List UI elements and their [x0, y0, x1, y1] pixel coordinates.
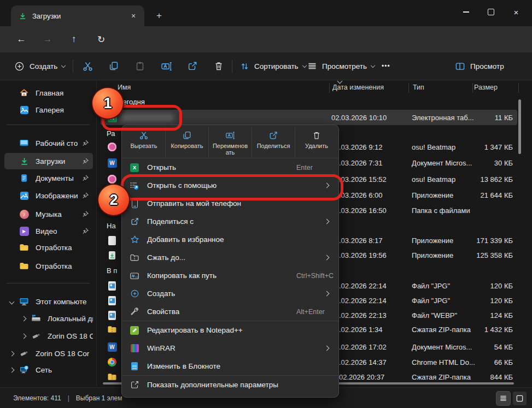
cell-type: Файл "JPG" — [412, 293, 450, 308]
more-options-button[interactable]: ••• — [382, 52, 390, 80]
sidebar-item-folder[interactable]: Отработка — [4, 239, 93, 256]
share-icon — [130, 217, 139, 227]
notepad-plus-plus-icon — [130, 326, 139, 335]
share-quick-button[interactable]: Поделиться — [252, 127, 295, 158]
menu-item-copy-as-path[interactable]: Копировать как путь Ctrl+Shift+C — [124, 267, 336, 285]
rename-button[interactable] — [157, 52, 175, 80]
maximize-button[interactable] — [478, 0, 504, 24]
menu-item-add-to-favorites[interactable]: Добавить в избранное — [124, 230, 336, 249]
sidebar-item-network[interactable]: Сеть — [4, 362, 93, 378]
menu-item-show-more-options[interactable]: Показать дополнительные параметры — [124, 376, 336, 394]
column-header-date[interactable]: Дата изменения — [332, 84, 384, 91]
copy-icon — [182, 131, 192, 140]
sidebar-item-this-pc[interactable]: Этот компьюте — [4, 293, 93, 310]
tab-close-button[interactable]: × — [128, 10, 139, 21]
sidebar-item-pictures[interactable]: Изображени — [4, 187, 93, 204]
cut-button[interactable] — [79, 52, 96, 80]
sidebar-item-home[interactable]: Главная — [4, 85, 93, 101]
sidebar-item-label: Сеть — [36, 366, 52, 374]
preview-toggle-button[interactable]: Просмотр — [455, 52, 504, 80]
cell-type: osu! Beatmap — [412, 172, 455, 187]
image-file-icon — [107, 295, 117, 305]
menu-item-edit-notepadpp[interactable]: Редактировать в Notepad++ — [124, 321, 336, 339]
sidebar-item-usb-drive[interactable]: Zorin OS 18 Cor — [4, 345, 93, 362]
sidebar-item-music[interactable]: ♪ Музыка — [4, 206, 93, 222]
sort-button[interactable]: Сортировать — [239, 52, 306, 80]
cell-date: .02.2026 1:34 — [339, 322, 383, 337]
rename-quick-button[interactable]: Переименовать — [209, 127, 252, 158]
cell-date: .02.2026 17:02 — [339, 339, 387, 354]
sidebar-item-videos[interactable]: ▶ Видео — [4, 223, 93, 239]
column-resize-handle[interactable] — [329, 83, 330, 93]
sidebar-item-desktop[interactable]: Рабочий сто — [4, 135, 93, 151]
sidebar-item-usb-drive[interactable]: Zorin OS 18 Co — [4, 328, 93, 344]
menu-item-create[interactable]: Создать — [124, 285, 336, 303]
chevron-collapsed-icon[interactable] — [21, 316, 27, 321]
refresh-button[interactable]: ↻ — [94, 32, 108, 46]
share-icon — [268, 131, 278, 140]
navigation-bar: ← → ↑ ↻ Загрузки Поиск в: Загрузки — [0, 26, 532, 52]
view-button[interactable]: Просмотреть — [307, 52, 375, 80]
column-header-size[interactable]: Размер — [474, 84, 498, 91]
pin-icon — [82, 228, 89, 234]
column-resize-handle[interactable] — [472, 83, 473, 93]
menu-item-share-with[interactable]: Поделиться с — [124, 212, 336, 230]
osu-beatmap-icon — [107, 142, 117, 152]
chevron-collapsed-icon[interactable] — [9, 351, 15, 356]
menu-item-properties[interactable]: Свойства Alt+Enter — [124, 303, 336, 321]
chevron-collapsed-icon[interactable] — [21, 333, 27, 339]
copy-path-icon — [130, 271, 139, 281]
new-tab-button[interactable]: + — [152, 9, 166, 23]
sidebar-item-gallery[interactable]: Галерея — [4, 102, 93, 118]
cell-size: 66 КБ — [494, 354, 513, 370]
large-icons-view-button[interactable] — [513, 392, 527, 405]
back-button[interactable]: ← — [14, 32, 28, 46]
chevron-collapsed-icon[interactable] — [9, 367, 15, 372]
menu-item-edit-notepad[interactable]: Изменить в Блокноте — [124, 357, 336, 375]
delete-quick-button[interactable]: Удалить — [295, 127, 338, 158]
delete-button[interactable] — [210, 52, 227, 80]
vertical-scrollbar-thumb[interactable] — [518, 99, 521, 154]
create-button[interactable]: Создать — [14, 52, 65, 80]
preview-pane-icon — [455, 61, 465, 72]
quick-action-label: Удалить — [297, 143, 336, 149]
minimize-icon — [463, 11, 469, 13]
sidebar-item-folder[interactable]: Отработка — [4, 258, 93, 274]
chevron-expanded-icon[interactable] — [9, 299, 15, 304]
copy-button[interactable] — [105, 52, 122, 80]
trash-icon — [312, 131, 321, 140]
minimize-button[interactable] — [453, 0, 478, 24]
column-resize-handle[interactable] — [408, 83, 409, 93]
submenu-arrow-icon — [324, 291, 330, 297]
sidebar-item-documents[interactable]: Документы — [4, 170, 93, 186]
cell-size: 21 644 КБ — [481, 187, 513, 203]
sidebar-item-downloads[interactable]: Загрузки — [4, 153, 93, 169]
column-header-name[interactable]: Имя — [118, 84, 131, 91]
copy-icon — [108, 61, 119, 72]
file-icon — [107, 235, 117, 245]
sidebar-item-label: Zorin OS 18 Cor — [36, 350, 89, 358]
column-resize-handle[interactable] — [518, 83, 519, 93]
forward-button[interactable]: → — [40, 32, 55, 46]
share-button[interactable] — [184, 52, 201, 80]
disk-icon — [31, 314, 41, 323]
tab-downloads[interactable]: Загрузки × — [11, 5, 144, 26]
sidebar-item-label: Отработка — [36, 244, 72, 252]
cell-size: 30 КБ — [494, 155, 513, 170]
star-icon — [130, 235, 139, 245]
menu-item-winrar[interactable]: WinRAR — [124, 339, 336, 357]
rename-icon — [161, 61, 172, 72]
wrench-icon — [130, 307, 139, 317]
file-explorer-window: Загрузки × + × ← → ↑ ↻ Загрузки Поиск в:… — [0, 0, 532, 408]
cut-quick-button[interactable]: Вырезать — [122, 127, 166, 158]
paste-button[interactable] — [131, 52, 149, 80]
details-view-button[interactable] — [496, 392, 510, 405]
up-button[interactable]: ↑ — [67, 32, 81, 46]
close-button[interactable]: × — [504, 0, 529, 24]
network-icon — [19, 365, 29, 375]
copy-quick-button[interactable]: Копировать — [166, 127, 209, 158]
column-header-type[interactable]: Тип — [413, 84, 424, 91]
context-menu: Вырезать Копировать Переименовать Подели… — [121, 125, 339, 398]
sidebar-item-local-disk[interactable]: Локальный ди — [4, 310, 93, 327]
menu-item-compress-to[interactable]: Сжать до... — [124, 249, 336, 267]
